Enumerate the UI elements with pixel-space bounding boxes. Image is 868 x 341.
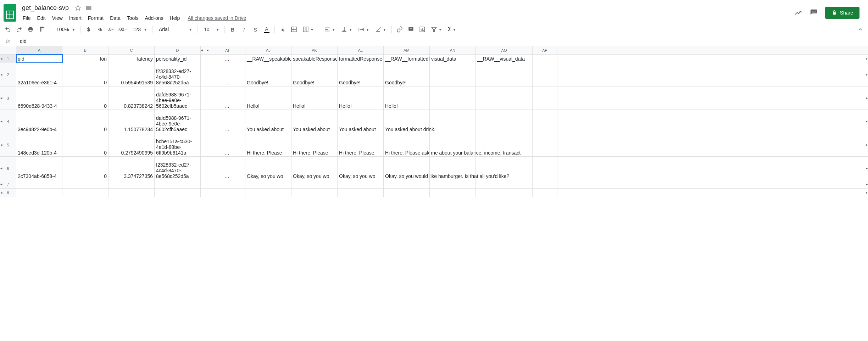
cell[interactable]: lon bbox=[62, 55, 108, 63]
wrap-dropdown[interactable]: ▼ bbox=[356, 24, 372, 34]
col-header-a[interactable]: A bbox=[16, 46, 62, 54]
col-header-al[interactable]: AL bbox=[338, 46, 384, 54]
menu-insert[interactable]: Insert bbox=[66, 14, 84, 22]
cell[interactable]: 0 bbox=[62, 110, 108, 133]
link-icon[interactable] bbox=[395, 24, 405, 34]
menu-tools[interactable]: Tools bbox=[124, 14, 141, 22]
cell[interactable]: 148ced3d-120b-4 bbox=[16, 133, 62, 156]
menu-edit[interactable]: Edit bbox=[34, 14, 49, 22]
cell[interactable] bbox=[291, 189, 338, 197]
cell[interactable]: ... bbox=[209, 55, 245, 63]
chart-icon[interactable] bbox=[417, 24, 427, 34]
cell[interactable]: ... bbox=[209, 110, 245, 133]
cell[interactable]: Hi there. Please bbox=[291, 133, 338, 156]
menu-file[interactable]: File bbox=[20, 14, 34, 22]
merge-dropdown[interactable]: ▼ bbox=[300, 24, 316, 34]
row-header[interactable]: 7 bbox=[0, 180, 16, 188]
cell[interactable] bbox=[533, 63, 557, 86]
strikethrough-icon[interactable]: S bbox=[250, 24, 260, 34]
cell[interactable] bbox=[430, 133, 476, 156]
cell[interactable]: speakableResponse bbox=[291, 55, 338, 63]
cell[interactable] bbox=[533, 110, 557, 133]
cell[interactable]: 0 bbox=[62, 157, 108, 180]
star-icon[interactable] bbox=[74, 4, 82, 11]
menu-addons[interactable]: Add-ons bbox=[142, 14, 166, 22]
cell[interactable] bbox=[476, 189, 533, 197]
size-dropdown[interactable]: 10▼ bbox=[200, 24, 222, 34]
cell[interactable] bbox=[108, 189, 155, 197]
cell[interactable]: Goodbye! bbox=[338, 63, 384, 86]
cell[interactable]: 0 bbox=[62, 133, 108, 156]
cell[interactable] bbox=[430, 86, 476, 110]
row-header[interactable]: 5 bbox=[0, 133, 16, 156]
cell[interactable]: You asked about bbox=[245, 110, 291, 133]
cell[interactable]: Hi there. Please bbox=[245, 133, 291, 156]
col-header-b[interactable]: B bbox=[62, 46, 108, 54]
font-dropdown[interactable]: Arial▼ bbox=[155, 24, 194, 34]
cell[interactable]: f2328332-ed27-4c4d-8470-8e568c252d5a bbox=[155, 157, 201, 180]
paint-format-icon[interactable] bbox=[37, 24, 47, 34]
cell[interactable]: 0 bbox=[62, 63, 108, 86]
cell[interactable] bbox=[430, 157, 476, 180]
cell[interactable]: ... bbox=[209, 157, 245, 180]
cell[interactable]: Okay, so you wo bbox=[245, 157, 291, 180]
cell[interactable]: __RAW__visual_data bbox=[476, 55, 533, 63]
currency-icon[interactable]: $ bbox=[84, 24, 94, 34]
print-icon[interactable] bbox=[26, 24, 35, 34]
cell[interactable]: Hello! bbox=[245, 86, 291, 110]
cell[interactable]: __RAW__speakableResponse bbox=[245, 55, 291, 63]
cell[interactable] bbox=[533, 157, 557, 180]
halign-dropdown[interactable]: ▼ bbox=[322, 24, 338, 34]
cell[interactable]: Okay, so you wo bbox=[338, 157, 384, 180]
cell[interactable]: You asked about bbox=[291, 110, 338, 133]
zoom-dropdown[interactable]: 100%▼ bbox=[53, 24, 78, 34]
sheets-app-icon[interactable] bbox=[3, 3, 17, 22]
cell[interactable]: 0.2792490995 bbox=[108, 133, 155, 156]
cell[interactable]: dafd5988-9671-4bee-9e0e-5602cfb5aaec bbox=[155, 86, 201, 110]
cell[interactable]: bcbe151a-c530-4e1d-88be-6ff9b9b6141a bbox=[155, 133, 201, 156]
cell[interactable]: visual_data bbox=[430, 55, 476, 63]
cell[interactable] bbox=[533, 55, 557, 63]
cell[interactable]: Hi there. Please bbox=[338, 133, 384, 156]
cell[interactable] bbox=[430, 180, 476, 188]
valign-dropdown[interactable]: ▼ bbox=[339, 24, 355, 34]
cell[interactable]: 32a106ec-e361-4 bbox=[16, 63, 62, 86]
menu-data[interactable]: Data bbox=[107, 14, 123, 22]
cell[interactable] bbox=[338, 189, 384, 197]
cell[interactable]: 1.150778234 bbox=[108, 110, 155, 133]
bold-icon[interactable]: B bbox=[228, 24, 238, 34]
cell[interactable]: 0.823738242 bbox=[108, 86, 155, 110]
cell[interactable]: Hello! bbox=[291, 86, 338, 110]
row-header[interactable]: 1 bbox=[0, 55, 16, 63]
cell[interactable] bbox=[533, 86, 557, 110]
document-title[interactable]: get_balance-svp bbox=[20, 4, 71, 12]
comment-icon[interactable]: + bbox=[406, 24, 416, 34]
cell[interactable]: formattedResponse bbox=[338, 55, 384, 63]
cell[interactable] bbox=[245, 180, 291, 188]
col-header-am[interactable]: AM bbox=[384, 46, 430, 54]
cell[interactable] bbox=[62, 180, 108, 188]
functions-dropdown[interactable]: Σ▼ bbox=[445, 24, 458, 34]
rotate-dropdown[interactable]: ▼ bbox=[373, 24, 389, 34]
borders-icon[interactable] bbox=[289, 24, 299, 34]
collapse-toolbar-icon[interactable] bbox=[855, 24, 865, 34]
cell[interactable]: Goodbye! bbox=[384, 63, 430, 86]
menu-view[interactable]: View bbox=[49, 14, 66, 22]
hidden-columns-indicator[interactable] bbox=[201, 46, 209, 54]
row-header[interactable]: 4 bbox=[0, 110, 16, 133]
filter-dropdown[interactable]: ▼ bbox=[429, 24, 444, 34]
cell[interactable] bbox=[62, 189, 108, 197]
cell[interactable]: latency bbox=[108, 55, 155, 63]
cell[interactable]: ... bbox=[209, 63, 245, 86]
cell[interactable]: 3.374727356 bbox=[108, 157, 155, 180]
cell[interactable]: ... bbox=[209, 133, 245, 156]
cell[interactable] bbox=[476, 180, 533, 188]
cell[interactable] bbox=[155, 180, 201, 188]
number-format-dropdown[interactable]: 123▼ bbox=[129, 24, 149, 34]
menu-format[interactable]: Format bbox=[85, 14, 106, 22]
cell[interactable] bbox=[430, 189, 476, 197]
cell[interactable] bbox=[476, 110, 533, 133]
cell[interactable]: dafd5988-9671-4bee-9e0e-5602cfb5aaec bbox=[155, 110, 201, 133]
cell[interactable] bbox=[108, 180, 155, 188]
cell[interactable]: 0.5954591539 bbox=[108, 63, 155, 86]
